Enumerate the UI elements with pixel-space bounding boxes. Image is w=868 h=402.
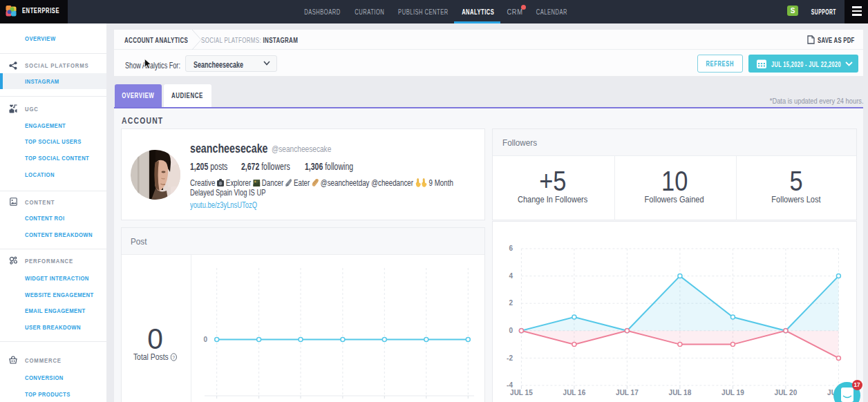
svg-text:0: 0 (509, 327, 513, 334)
svg-text:6: 6 (509, 245, 513, 252)
svg-text:JUL 19: JUL 19 (721, 389, 744, 396)
svg-text:0: 0 (203, 336, 207, 343)
svg-text:2: 2 (509, 299, 513, 307)
svg-text:4: 4 (509, 272, 513, 280)
svg-text:-2: -2 (507, 354, 513, 362)
svg-text:JUL 16: JUL 16 (563, 389, 586, 396)
svg-text:JUL 15: JUL 15 (510, 389, 533, 396)
svg-text:?: ? (173, 354, 176, 361)
svg-text:JUL 17: JUL 17 (616, 389, 639, 396)
svg-text:-4: -4 (507, 381, 513, 389)
svg-text:JUL 18: JUL 18 (669, 389, 692, 396)
svg-text:JUL 20: JUL 20 (775, 389, 798, 396)
